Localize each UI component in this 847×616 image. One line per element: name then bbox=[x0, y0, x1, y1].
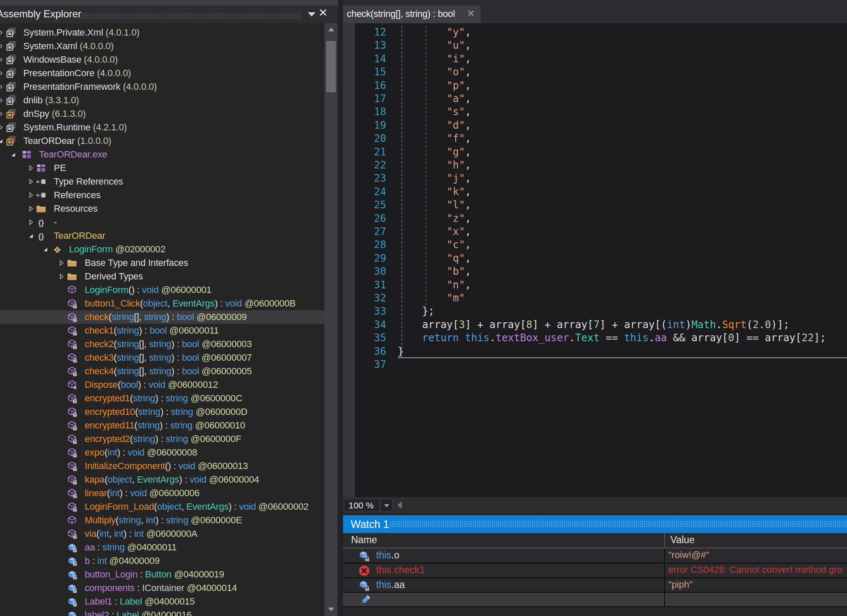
tree-item--[interactable]: {}- bbox=[0, 215, 324, 229]
code-line-37[interactable]: 37 bbox=[343, 358, 847, 371]
watch-row-this.aa[interactable]: this.aa"piph" bbox=[343, 578, 847, 593]
code-line-36[interactable]: 36} bbox=[343, 345, 847, 358]
tree-item-base-type-and-interfaces[interactable]: Base Type and Interfaces bbox=[0, 256, 324, 270]
watch-value[interactable]: error CS0428: Cannot convert method gro bbox=[668, 564, 846, 575]
tree-item-check4[interactable]: check4(string[], string) : bool @0600000… bbox=[0, 365, 324, 378]
tree-item-tearordear[interactable]: TearORDear (1.0.0.0) bbox=[0, 134, 324, 148]
tree-item-label1[interactable]: Label1 : Label @04000015 bbox=[0, 595, 324, 608]
code-line-17[interactable]: 17 "a", bbox=[343, 92, 847, 105]
tree-item-kapa[interactable]: kapa(object, EventArgs) : void @06000004 bbox=[0, 473, 324, 486]
tree-item-encrypted1[interactable]: encrypted1(string) : string @0600000C bbox=[0, 392, 324, 405]
tree-item-button_login[interactable]: button_Login : Button @04000019 bbox=[0, 568, 324, 581]
tree-item-linear[interactable]: linear(int) : void @06000006 bbox=[0, 486, 324, 500]
tree-item-check1[interactable]: check1(string) : bool @06000011 bbox=[0, 324, 324, 337]
collapse-icon[interactable] bbox=[27, 232, 35, 240]
tree-scrollbar[interactable] bbox=[324, 23, 338, 616]
expand-icon[interactable] bbox=[58, 273, 65, 280]
scrollbar-thumb[interactable] bbox=[326, 41, 336, 92]
code-line-22[interactable]: 22 "h", bbox=[343, 159, 847, 172]
expand-icon[interactable] bbox=[0, 42, 4, 50]
tree-item-system.xaml[interactable]: System.Xaml (4.0.0.0) bbox=[0, 39, 324, 53]
watch-expression[interactable]: this.o bbox=[376, 550, 399, 561]
expand-icon[interactable] bbox=[0, 83, 4, 91]
tree-item-dispose[interactable]: ★Dispose(bool) : void @06000012 bbox=[0, 378, 324, 392]
watch-expression[interactable]: this.check1 bbox=[376, 564, 425, 576]
expand-icon[interactable] bbox=[27, 191, 35, 199]
tree-item-dnlib[interactable]: dnlib (3.3.1.0) bbox=[0, 94, 324, 107]
tree-item-label2[interactable]: label2 : Label @04000016 bbox=[0, 608, 324, 616]
watch-expression[interactable]: this.aa bbox=[376, 579, 405, 591]
tree-item-multiply[interactable]: Multiply(string, int) : string @0600000E bbox=[0, 514, 324, 527]
scroll-up-icon[interactable] bbox=[328, 28, 334, 31]
tree-item-system.runtime[interactable]: System.Runtime (4.2.1.0) bbox=[0, 121, 324, 134]
collapse-icon[interactable] bbox=[9, 151, 17, 158]
expand-icon[interactable] bbox=[0, 97, 4, 104]
expand-icon[interactable] bbox=[27, 218, 35, 226]
code-editor[interactable]: 12 "y",13 "u",14 "i",15 "o",16 "p",17 "a… bbox=[343, 23, 847, 497]
code-line-12[interactable]: 12 "y", bbox=[343, 26, 847, 39]
tree-item-encrypted11[interactable]: encrypted11(string) : string @06000010 bbox=[0, 419, 324, 432]
tab-check-method[interactable]: check(string[], string) : bool ✕ bbox=[343, 6, 481, 23]
code-line-35[interactable]: 35 return this.textBox_user.Text == this… bbox=[343, 331, 847, 345]
tab-close-icon[interactable]: ✕ bbox=[467, 8, 475, 19]
tree-item-via[interactable]: via(int, int) : int @0600000A bbox=[0, 527, 324, 541]
tree-item-loginform_load[interactable]: LoginForm_Load(object, EventArgs) : void… bbox=[0, 500, 324, 514]
code-line-14[interactable]: 14 "i", bbox=[343, 52, 847, 66]
close-icon[interactable]: ✕ bbox=[318, 6, 328, 19]
tree-item-aa[interactable]: aa : string @04000011 bbox=[0, 541, 324, 554]
tree-item-encrypted2[interactable]: encrypted2(string) : string @0600000F bbox=[0, 432, 324, 446]
tree-item-button1_click[interactable]: button1_Click(object, EventArgs) : void … bbox=[0, 297, 324, 310]
tree-item-dnspy[interactable]: dnSpy (6.1.3.0) bbox=[0, 107, 324, 121]
code-line-20[interactable]: 20 "f", bbox=[343, 132, 847, 145]
tree-item-windowsbase[interactable]: WindowsBase (4.0.0.0) bbox=[0, 53, 324, 66]
tree-item-check3[interactable]: check3(string[], string) : bool @0600000… bbox=[0, 351, 324, 365]
tree-item-expo[interactable]: expo(int) : void @06000008 bbox=[0, 446, 324, 459]
tree-item-presentationframework[interactable]: PresentationFramework (4.0.0.0) bbox=[0, 80, 324, 94]
watch-value[interactable]: "piph" bbox=[668, 579, 846, 590]
code-line-33[interactable]: 33 }; bbox=[343, 305, 847, 318]
collapse-icon[interactable] bbox=[0, 137, 4, 145]
code-line-16[interactable]: 16 "p", bbox=[343, 79, 847, 92]
zoom-dropdown-button[interactable] bbox=[381, 499, 393, 511]
tree-item-system.private.xml[interactable]: System.Private.Xml (4.0.1.0) bbox=[0, 26, 324, 39]
expand-icon[interactable] bbox=[0, 56, 4, 64]
code-line-29[interactable]: 29 "q", bbox=[343, 252, 847, 265]
tree-item-check2[interactable]: check2(string[], string) : bool @0600000… bbox=[0, 337, 324, 351]
code-line-34[interactable]: 34 array[3] + array[8] + array[7] + arra… bbox=[343, 318, 847, 331]
expand-icon[interactable] bbox=[27, 164, 35, 172]
code-line-24[interactable]: 24 "k", bbox=[343, 185, 847, 199]
tree-item-loginform[interactable]: LoginForm() : void @06000001 bbox=[0, 283, 324, 297]
code-line-23[interactable]: 23 "j", bbox=[343, 172, 847, 185]
code-line-13[interactable]: 13 "u", bbox=[343, 39, 847, 52]
expand-icon[interactable] bbox=[0, 124, 4, 131]
tree-item-derived-types[interactable]: Derived Types bbox=[0, 270, 324, 283]
code-line-32[interactable]: 32 "m" bbox=[343, 292, 847, 305]
expand-icon[interactable] bbox=[0, 69, 4, 77]
tree-item-check[interactable]: check(string[], string) : bool @06000009 bbox=[0, 310, 324, 324]
tree-item-b[interactable]: b : int @04000009 bbox=[0, 554, 324, 568]
column-header-name[interactable]: Name bbox=[351, 534, 377, 546]
tree-item-tearordear.exe[interactable]: TearORDear.exe bbox=[0, 148, 324, 161]
expand-icon[interactable] bbox=[0, 110, 4, 118]
watch-value[interactable]: "roiw!@#" bbox=[668, 550, 846, 561]
expand-icon[interactable] bbox=[27, 205, 35, 213]
code-line-27[interactable]: 27 "x", bbox=[343, 225, 847, 238]
watch-row-this.check1[interactable]: this.check1error CS0428: Cannot convert … bbox=[343, 564, 847, 578]
code-line-19[interactable]: 19 "d", bbox=[343, 119, 847, 132]
code-line-31[interactable]: 31 "n", bbox=[343, 279, 847, 292]
tree-item-resources[interactable]: Resources bbox=[0, 202, 324, 215]
code-line-28[interactable]: 28 "c", bbox=[343, 238, 847, 251]
tree-item-presentationcore[interactable]: PresentationCore (4.0.0.0) bbox=[0, 66, 324, 80]
tree-item-references[interactable]: References bbox=[0, 188, 324, 202]
code-line-21[interactable]: 21 "g", bbox=[343, 146, 847, 159]
tree-item-loginform[interactable]: ❖LoginForm @02000002 bbox=[0, 243, 324, 256]
watch-row-new[interactable] bbox=[343, 593, 847, 607]
collapse-icon[interactable] bbox=[42, 246, 49, 253]
scroll-down-icon[interactable] bbox=[328, 608, 334, 611]
watch-row-this.o[interactable]: this.o"roiw!@#" bbox=[343, 549, 847, 564]
code-line-25[interactable]: 25 "l", bbox=[343, 199, 847, 212]
panel-splitter[interactable] bbox=[338, 0, 343, 616]
window-menu-icon[interactable] bbox=[308, 12, 316, 17]
expand-icon[interactable] bbox=[58, 259, 65, 267]
code-line-15[interactable]: 15 "o", bbox=[343, 66, 847, 79]
